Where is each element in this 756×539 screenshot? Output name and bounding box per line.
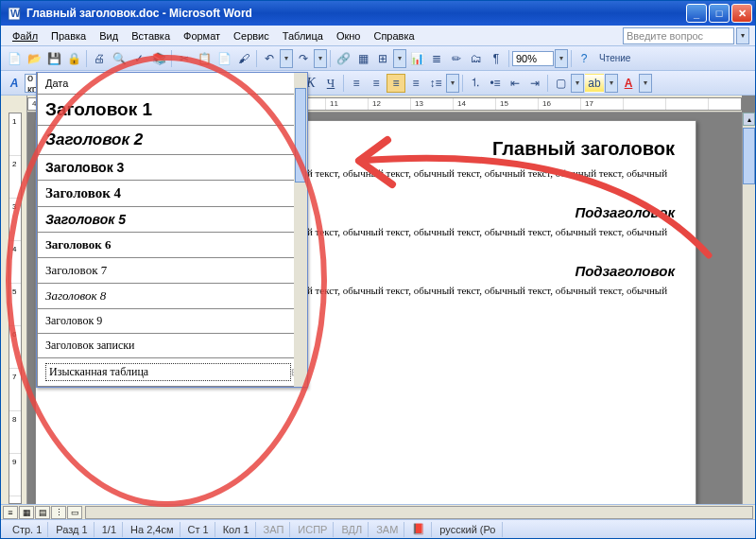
menu-table[interactable]: Таблица xyxy=(277,28,329,43)
bullets-button[interactable]: •≡ xyxy=(486,74,505,93)
style-dropdown-panel[interactable]: Дата¶Заголовок 1¶Заголовок 2¶Заголовок 3… xyxy=(36,72,308,388)
align-right-button[interactable]: ≡ xyxy=(387,74,405,93)
status-language[interactable]: русский (Ро xyxy=(434,522,502,537)
vertical-ruler[interactable]: 123456789 xyxy=(1,113,27,504)
scroll-thumb[interactable] xyxy=(743,128,755,184)
normal-view-button[interactable]: ≡ xyxy=(3,506,18,519)
columns-button[interactable]: ≣ xyxy=(427,49,446,68)
help-button[interactable]: ? xyxy=(575,49,593,68)
reading-layout-button[interactable]: Чтение xyxy=(594,49,635,68)
web-view-button[interactable]: ▦ xyxy=(19,506,34,519)
open-button[interactable]: 📂 xyxy=(25,49,43,68)
status-line[interactable]: Ст 1 xyxy=(182,522,215,537)
tables-button[interactable]: ▦ xyxy=(353,49,372,68)
save-button[interactable]: 💾 xyxy=(44,49,63,68)
style-item[interactable]: Заголовок 5¶ xyxy=(37,207,307,233)
menu-format[interactable]: Формат xyxy=(178,28,226,43)
copy-button[interactable]: 📋 xyxy=(195,49,214,68)
underline-button[interactable]: Ч xyxy=(321,74,340,93)
new-button[interactable]: 📄 xyxy=(5,49,24,68)
drawing-button[interactable]: ✏ xyxy=(447,49,466,68)
insert-table-dropdown-icon[interactable]: ▾ xyxy=(393,49,406,68)
reading-view-button[interactable]: ▭ xyxy=(67,506,82,519)
style-item[interactable]: Заголовок 2¶ xyxy=(37,126,307,155)
menu-window[interactable]: Окно xyxy=(331,28,367,43)
cut-button[interactable]: ✂ xyxy=(175,49,194,68)
status-pages[interactable]: 1/1 xyxy=(96,522,123,537)
status-ovr[interactable]: ЗАМ xyxy=(370,522,404,537)
highlight-dropdown-icon[interactable]: ▾ xyxy=(605,74,618,93)
undo-dropdown-icon[interactable]: ▾ xyxy=(280,49,293,68)
status-spellcheck-icon[interactable]: 📕 xyxy=(406,522,432,537)
excel-button[interactable]: 📊 xyxy=(407,49,426,68)
permission-button[interactable]: 🔒 xyxy=(64,49,83,68)
align-left-button[interactable]: ≡ xyxy=(347,74,366,93)
paste-button[interactable]: 📄 xyxy=(215,49,233,68)
vertical-scrollbar[interactable]: ▴ xyxy=(742,113,755,504)
print-button[interactable]: 🖨 xyxy=(90,49,109,68)
zoom-input[interactable]: 90% xyxy=(512,51,554,66)
style-item[interactable]: Дата¶ xyxy=(37,73,307,95)
scroll-up-icon[interactable]: ▴ xyxy=(743,113,755,126)
spell-button[interactable]: ✓ xyxy=(129,49,148,68)
scroll-thumb[interactable] xyxy=(295,88,306,183)
status-rec[interactable]: ЗАП xyxy=(258,522,291,537)
style-item[interactable]: Заголовок 7¶ xyxy=(37,258,307,284)
status-trk[interactable]: ИСПР xyxy=(292,522,334,537)
menu-view[interactable]: Вид xyxy=(94,28,124,43)
status-page[interactable]: Стр. 1 xyxy=(7,522,48,537)
numbering-button[interactable]: ⒈ xyxy=(466,74,485,93)
format-painter-button[interactable]: 🖌 xyxy=(234,49,253,68)
style-item[interactable]: Заголовок 3¶ xyxy=(37,155,307,181)
zoom-dropdown-icon[interactable]: ▾ xyxy=(555,49,568,68)
docmap-button[interactable]: 🗂 xyxy=(467,49,486,68)
styles-pane-button[interactable]: A xyxy=(5,74,24,93)
outline-view-button[interactable]: ⋮ xyxy=(51,506,66,519)
indent-increase-button[interactable]: ⇥ xyxy=(525,74,544,93)
research-button[interactable]: 📚 xyxy=(149,49,168,68)
minimize-button[interactable]: _ xyxy=(686,4,707,23)
style-dropdown-scrollbar[interactable] xyxy=(294,73,307,387)
ask-dropdown-icon[interactable]: ▾ xyxy=(736,27,749,44)
font-color-button[interactable]: A xyxy=(619,74,638,93)
line-spacing-button[interactable]: ↕≡ xyxy=(426,74,445,93)
status-column[interactable]: Кол 1 xyxy=(217,522,256,537)
borders-button[interactable]: ▢ xyxy=(551,74,570,93)
style-item[interactable]: Заголовок записки¶ xyxy=(37,334,307,358)
style-item[interactable]: Заголовок 8¶ xyxy=(37,284,307,309)
redo-dropdown-icon[interactable]: ▾ xyxy=(314,49,327,68)
borders-dropdown-icon[interactable]: ▾ xyxy=(571,74,584,93)
style-item[interactable]: Заголовок 4¶ xyxy=(37,181,307,207)
line-spacing-dropdown-icon[interactable]: ▾ xyxy=(446,74,459,93)
ask-question-input[interactable]: Введите вопрос xyxy=(623,27,734,44)
menu-help[interactable]: Справка xyxy=(368,28,420,43)
hyperlink-button[interactable]: 🔗 xyxy=(334,49,352,68)
style-item[interactable]: Заголовок 6¶ xyxy=(37,233,307,258)
align-justify-button[interactable]: ≡ xyxy=(406,74,425,93)
style-item[interactable]: Изысканная таблица⊞ xyxy=(37,358,307,387)
maximize-button[interactable]: □ xyxy=(709,4,730,23)
menu-tools[interactable]: Сервис xyxy=(228,28,275,43)
status-section[interactable]: Разд 1 xyxy=(50,522,94,537)
insert-table-button[interactable]: ⊞ xyxy=(373,49,392,68)
close-button[interactable]: ✕ xyxy=(731,4,752,23)
showhide-button[interactable]: ¶ xyxy=(487,49,506,68)
status-position[interactable]: На 2,4см xyxy=(125,522,180,537)
menu-edit[interactable]: Правка xyxy=(45,28,92,43)
align-center-button[interactable]: ≡ xyxy=(367,74,386,93)
ruler-corner[interactable] xyxy=(1,96,27,113)
undo-button[interactable]: ↶ xyxy=(260,49,279,68)
preview-button[interactable]: 🔍 xyxy=(110,49,129,68)
indent-decrease-button[interactable]: ⇤ xyxy=(506,74,524,93)
print-layout-button[interactable]: ▤ xyxy=(35,506,50,519)
menu-file[interactable]: Файл xyxy=(7,28,43,43)
style-item[interactable]: Заголовок 9¶ xyxy=(37,309,307,334)
horizontal-scrollbar[interactable] xyxy=(85,506,753,519)
redo-button[interactable]: ↷ xyxy=(294,49,313,68)
menu-insert[interactable]: Вставка xyxy=(126,28,176,43)
status-ext[interactable]: ВДЛ xyxy=(335,522,369,537)
font-color-dropdown-icon[interactable]: ▾ xyxy=(639,74,652,93)
titlebar[interactable]: W Главный заголовок.doc - Microsoft Word… xyxy=(1,1,755,26)
style-item[interactable]: Заголовок 1¶ xyxy=(37,95,307,126)
highlight-button[interactable]: ab xyxy=(585,74,604,93)
